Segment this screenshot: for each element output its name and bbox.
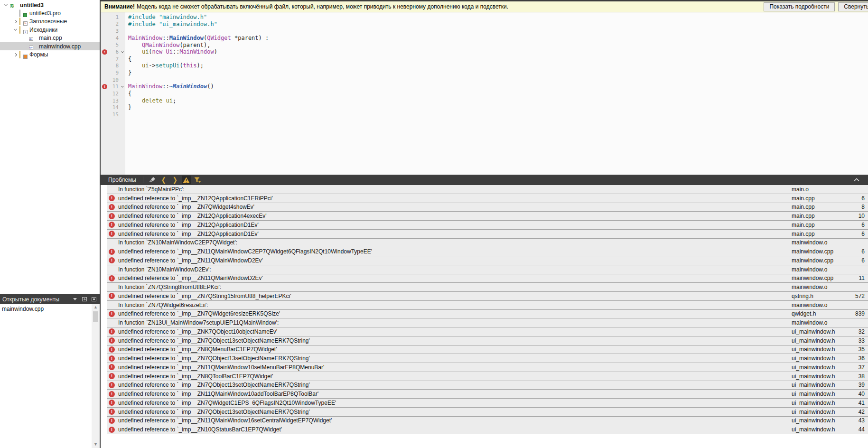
problem-line-number: 6 — [848, 248, 865, 255]
code-line: QMainWindow(parent), — [128, 42, 868, 49]
clean-icon[interactable] — [148, 176, 157, 184]
problem-context-row[interactable]: In function `Z5qMainiPPc':main.o — [107, 185, 868, 194]
problem-file: main.cpp — [792, 204, 848, 210]
token: ); — [197, 62, 204, 69]
problem-text: In function `Z5qMainiPPc': — [118, 186, 792, 193]
problem-error-row[interactable]: !undefined reference to `_imp__ZN7QObjec… — [107, 336, 868, 345]
problem-error-row[interactable]: !undefined reference to `_imp__ZN12QAppl… — [107, 212, 868, 221]
problem-file: mainwindow.cpp — [792, 257, 848, 264]
tree-item-Исходники[interactable]: +Исходники — [0, 26, 100, 34]
gutter-line: 3 — [101, 28, 125, 35]
pane-selector-dropdown-icon[interactable] — [72, 296, 78, 303]
chevron-down-icon[interactable] — [2, 4, 10, 6]
problem-context-row[interactable]: In function `ZN10MainWindowD2Ev':mainwin… — [107, 265, 868, 274]
split-pane-icon[interactable] — [81, 296, 88, 303]
token: :: — [173, 48, 179, 55]
gutter-line: 12 — [101, 90, 125, 97]
problem-text: undefined reference to `_imp__ZN11QMainW… — [118, 391, 792, 397]
problem-error-row[interactable]: !undefined reference to `_imp__ZN11QMain… — [107, 363, 868, 372]
code-text[interactable]: #include "mainwindow.h"#include "ui_main… — [125, 12, 868, 175]
chevron-right-icon[interactable] — [11, 20, 19, 23]
project-tree: Qtuntitled3untitled3.prohЗаголовочные+Ис… — [0, 0, 100, 294]
error-icon: ! — [109, 418, 115, 424]
line-number: 7 — [101, 56, 120, 62]
collapse-banner-button[interactable]: Свернуть — [838, 2, 868, 11]
problem-text: undefined reference to `_imp__ZN10QStatu… — [118, 426, 792, 433]
filter-icon[interactable] — [193, 176, 203, 184]
token: new — [152, 48, 163, 55]
code-editor[interactable]: 12345!678910!1112131415 #include "mainwi… — [101, 12, 868, 175]
problem-error-row[interactable]: !undefined reference to `_imp__ZN7QWidge… — [107, 310, 868, 319]
problem-error-row[interactable]: !undefined reference to `_imp__ZN8QMenuB… — [107, 345, 868, 355]
problem-error-row[interactable]: !undefined reference to `_imp__ZN12QAppl… — [107, 194, 868, 203]
close-pane-icon[interactable] — [91, 296, 97, 303]
problem-error-row[interactable]: !undefined reference to `_imp__ZN12QAppl… — [107, 221, 868, 230]
fold-chevron-icon[interactable] — [120, 86, 125, 88]
scrollbar-thumb[interactable] — [93, 311, 98, 322]
problem-error-row[interactable]: !undefined reference to `_imp__ZN7QObjec… — [107, 354, 868, 363]
problem-error-row[interactable]: !undefined reference to `_imp__ZN11QMain… — [107, 417, 868, 426]
problem-line-number: 36 — [848, 355, 865, 362]
tree-item-untitled3.pro[interactable]: untitled3.pro — [0, 9, 100, 17]
problem-text: undefined reference to `_imp__ZN11QMainW… — [118, 417, 792, 424]
previous-issue-icon[interactable]: ❮ — [159, 176, 168, 184]
scroll-up-icon[interactable]: ▲ — [93, 305, 98, 310]
problem-text: undefined reference to `_imp__ZN7QWidget… — [118, 400, 792, 406]
problem-error-row[interactable]: !undefined reference to `_imp__ZN11QMain… — [107, 390, 868, 399]
tree-item-Заголовочные[interactable]: hЗаголовочные — [0, 18, 100, 26]
token: (parent), — [179, 42, 210, 48]
open-document-item[interactable]: mainwindow.cpp — [0, 305, 92, 313]
token: ui — [142, 62, 149, 69]
tree-item-Формы[interactable]: Формы — [0, 50, 100, 58]
scroll-down-icon[interactable]: ▼ — [93, 442, 98, 448]
token — [156, 21, 159, 28]
problem-text: undefined reference to `_imp__ZN12QAppli… — [118, 213, 792, 219]
chevron-right-icon[interactable] — [11, 54, 19, 56]
problem-error-row[interactable]: !undefined reference to `_imp__ZNK7QObje… — [107, 327, 868, 336]
tree-item-mainwindow.cpp[interactable]: c+mainwindow.cpp — [0, 42, 100, 50]
chevron-down-icon[interactable] — [11, 28, 19, 31]
problem-line-number: 40 — [848, 391, 865, 397]
problem-error-row[interactable]: !undefined reference to `_imp__ZN11QMain… — [107, 274, 868, 283]
problem-error-row[interactable]: !undefined reference to `_imp__ZN11QMain… — [107, 256, 868, 265]
fold-chevron-icon[interactable] — [120, 51, 125, 53]
token: MainWindow — [128, 35, 162, 41]
error-icon: ! — [109, 293, 115, 299]
gutter-line: 9 — [101, 69, 125, 76]
project-icon: Qt — [10, 2, 18, 9]
line-number: 12 — [101, 91, 120, 97]
problem-context-row[interactable]: In function `ZN13Ui_MainWindow7setupUiEP… — [107, 318, 868, 327]
problem-file: qstring.h — [792, 293, 848, 299]
gutter-line: 8 — [101, 62, 125, 69]
tree-item-untitled3[interactable]: Qtuntitled3 — [0, 1, 100, 9]
problem-text: undefined reference to `_imp__ZN7QWidget… — [118, 204, 792, 210]
error-icon: ! — [109, 249, 115, 255]
problem-error-row[interactable]: !undefined reference to `_imp__ZN7QWidge… — [107, 399, 868, 408]
problem-context-row[interactable]: In function `ZN7QWidget6resizeEii':mainw… — [107, 301, 868, 310]
problem-error-row[interactable]: !undefined reference to `_imp__ZN10QStat… — [107, 425, 868, 434]
error-marker-icon[interactable]: ! — [102, 84, 107, 89]
show-warnings-filter-icon[interactable] — [182, 176, 191, 184]
problem-error-row[interactable]: !undefined reference to `_imp__ZN7QObjec… — [107, 381, 868, 390]
show-details-button[interactable]: Показать подробности — [764, 2, 835, 11]
problem-error-row[interactable]: !undefined reference to `_imp__ZN12QAppl… — [107, 230, 868, 239]
line-number: 4 — [101, 35, 120, 41]
problem-error-row[interactable]: !undefined reference to `_imp__ZN8QToolB… — [107, 372, 868, 381]
problem-context-row[interactable]: In function `ZN10MainWindowC2EP7QWidget'… — [107, 239, 868, 248]
problem-error-row[interactable]: !undefined reference to `_imp__ZN7QStrin… — [107, 292, 868, 301]
problem-error-row[interactable]: !undefined reference to `_imp__ZN7QObjec… — [107, 408, 868, 417]
open-documents-scrollbar[interactable]: ▲ ▼ — [92, 304, 100, 448]
problem-error-row[interactable]: !undefined reference to `_imp__ZN11QMain… — [107, 247, 868, 256]
problem-error-row[interactable]: !undefined reference to `_imp__ZN7QWidge… — [107, 203, 868, 212]
token: ( — [149, 48, 152, 55]
collapse-pane-icon[interactable] — [852, 176, 861, 184]
problem-line-number: 11 — [848, 275, 865, 281]
tree-item-main.cpp[interactable]: c+main.cpp — [0, 34, 100, 42]
code-line: MainWindow::MainWindow(QWidget *parent) … — [128, 35, 868, 42]
problem-context-row[interactable]: In function `ZN7QString8fromUtf8EPKci':m… — [107, 283, 868, 292]
error-marker-icon[interactable]: ! — [102, 49, 107, 55]
code-line: } — [128, 69, 868, 76]
next-issue-icon[interactable]: ❯ — [170, 176, 180, 184]
token: ui — [142, 48, 149, 55]
gutter-line: 15 — [101, 111, 125, 118]
